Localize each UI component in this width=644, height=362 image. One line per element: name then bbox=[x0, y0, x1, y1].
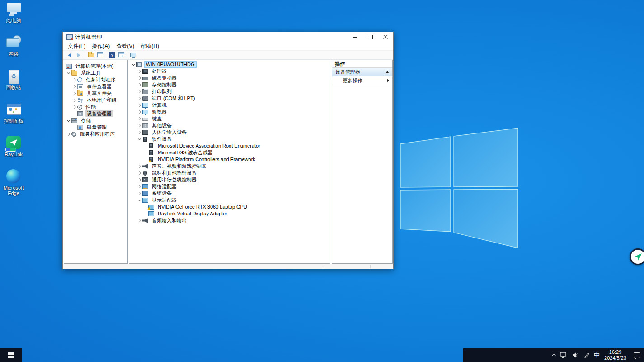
chevron-right-icon[interactable] bbox=[137, 217, 142, 224]
tree-node-label: 服务和应用程序 bbox=[78, 131, 117, 138]
network-icon[interactable] bbox=[560, 352, 568, 358]
maximize-button[interactable] bbox=[362, 32, 378, 42]
tree-row[interactable]: 磁盘管理 bbox=[64, 124, 127, 131]
tree-row[interactable]: 计算机管理(本地) bbox=[64, 63, 127, 70]
menu-item-1[interactable]: 操作(A) bbox=[89, 43, 113, 50]
tree-node-label: 磁盘驱动器 bbox=[150, 75, 179, 81]
tree-row[interactable]: 系统工具 bbox=[64, 70, 127, 76]
chevron-down-icon[interactable] bbox=[66, 70, 71, 76]
tree-row[interactable]: 网络适配器 bbox=[129, 183, 330, 190]
menu-item-2[interactable]: 查看(V) bbox=[113, 43, 137, 50]
device-monitor-button[interactable] bbox=[129, 51, 138, 59]
chevron-right-icon[interactable] bbox=[137, 190, 142, 197]
tree-row[interactable]: Microsoft Device Association Root Enumer… bbox=[129, 143, 330, 149]
minimize-button[interactable] bbox=[347, 32, 362, 42]
tree-row[interactable]: 通用串行总线控制器 bbox=[129, 176, 330, 183]
menu-item-3[interactable]: 帮助(H) bbox=[137, 43, 162, 50]
console-tree-panel: 计算机管理(本地)系统工具任务计划程序事件查看器共享文件夹本地用户和组性能设备管… bbox=[64, 60, 128, 264]
tree-indent-spacer bbox=[143, 210, 148, 217]
collapse-icon[interactable] bbox=[385, 71, 389, 73]
back-button[interactable] bbox=[65, 51, 74, 59]
start-button[interactable] bbox=[8, 352, 14, 358]
properties-window-button[interactable] bbox=[117, 51, 126, 59]
chevron-right-icon[interactable] bbox=[137, 102, 142, 109]
tree-row[interactable]: NVIDIA GeForce RTX 3060 Laptop GPU bbox=[129, 204, 330, 210]
desktop-icon-recycle-bin[interactable]: 回收站 bbox=[1, 69, 26, 102]
chevron-down-icon[interactable] bbox=[131, 61, 136, 68]
chevron-right-icon[interactable] bbox=[137, 68, 142, 75]
tree-row[interactable]: 存储 bbox=[64, 117, 127, 124]
tree-row[interactable]: 设备管理器 bbox=[64, 110, 127, 117]
tree-row[interactable]: 人体学输入设备 bbox=[129, 129, 330, 136]
desktop-icon-this-pc[interactable]: 此电脑 bbox=[1, 2, 26, 35]
tree-row[interactable]: 事件查看器 bbox=[64, 83, 127, 90]
chevron-right-icon[interactable] bbox=[72, 83, 77, 90]
tree-row[interactable]: 其他设备 bbox=[129, 122, 330, 129]
chevron-right-icon[interactable] bbox=[66, 131, 71, 138]
chevron-right-icon[interactable] bbox=[137, 170, 142, 176]
list-view-button[interactable] bbox=[95, 51, 104, 59]
tree-row[interactable]: 系统设备 bbox=[129, 190, 330, 197]
window-titlebar[interactable]: 计算机管理 bbox=[63, 32, 393, 42]
tree-row[interactable]: 音频输入和输出 bbox=[129, 217, 330, 224]
desktop-icon-edge[interactable]: Microsoft Edge bbox=[1, 169, 26, 203]
taskbar-clock[interactable]: 16:29 2024/5/23 bbox=[604, 349, 626, 361]
chevron-right-icon[interactable] bbox=[137, 88, 142, 95]
tree-row[interactable]: 键盘 bbox=[129, 115, 330, 122]
volume-icon[interactable] bbox=[572, 352, 579, 358]
up-folder-button[interactable] bbox=[86, 51, 95, 59]
ime-indicator[interactable]: 中 bbox=[594, 352, 600, 358]
tree-row[interactable]: 共享文件夹 bbox=[64, 90, 127, 97]
chevron-right-icon[interactable] bbox=[137, 129, 142, 136]
actions-group-device-manager[interactable]: 设备管理器 bbox=[332, 68, 392, 76]
tree-row[interactable]: 性能 bbox=[64, 104, 127, 110]
taskbar-tray-area: 中 16:29 2024/5/23 bbox=[463, 348, 644, 362]
tree-row[interactable]: 磁盘驱动器 bbox=[129, 75, 330, 81]
desktop-icon-network[interactable]: 网络 bbox=[1, 35, 26, 69]
chevron-right-icon[interactable] bbox=[137, 95, 142, 102]
help-button[interactable] bbox=[108, 51, 117, 59]
chevron-down-icon[interactable] bbox=[137, 136, 142, 143]
tree-row[interactable]: 端口 (COM 和 LPT) bbox=[129, 95, 330, 102]
tree-row[interactable]: WIN-0PUAO1UTHDG bbox=[129, 61, 330, 68]
tree-row[interactable]: 监视器 bbox=[129, 109, 330, 115]
chevron-right-icon[interactable] bbox=[137, 115, 142, 122]
chevron-right-icon[interactable] bbox=[137, 81, 142, 88]
tree-row[interactable]: 打印队列 bbox=[129, 88, 330, 95]
chevron-down-icon[interactable] bbox=[66, 117, 71, 124]
tree-row[interactable]: 显示适配器 bbox=[129, 197, 330, 204]
chevron-right-icon[interactable] bbox=[137, 176, 142, 183]
tree-row[interactable]: 声音、视频和游戏控制器 bbox=[129, 163, 330, 170]
tree-row[interactable]: 软件设备 bbox=[129, 136, 330, 143]
raylink-floating-button[interactable] bbox=[630, 248, 644, 265]
tree-row[interactable]: 服务和应用程序 bbox=[64, 131, 127, 138]
chevron-right-icon[interactable] bbox=[137, 109, 142, 115]
hidden-icons-chevron-icon[interactable] bbox=[552, 354, 556, 358]
chevron-right-icon[interactable] bbox=[137, 183, 142, 190]
chevron-right-icon[interactable] bbox=[137, 163, 142, 170]
more-actions-item[interactable]: 更多操作 bbox=[332, 76, 392, 85]
tree-row[interactable]: 存储控制器 bbox=[129, 81, 330, 88]
tree-row[interactable]: 计算机 bbox=[129, 102, 330, 109]
desktop-icon-raylink[interactable]: RayLink bbox=[1, 136, 26, 169]
tree-row[interactable]: NVIDIA Platform Controllers and Framewor… bbox=[129, 156, 330, 163]
windows-ink-pen-icon[interactable] bbox=[583, 352, 589, 358]
chevron-right-icon[interactable] bbox=[72, 76, 77, 83]
action-center-icon[interactable] bbox=[634, 352, 640, 358]
chevron-right-icon[interactable] bbox=[72, 104, 77, 110]
close-button[interactable] bbox=[378, 32, 393, 42]
chevron-right-icon[interactable] bbox=[137, 122, 142, 129]
forward-button[interactable] bbox=[74, 51, 83, 59]
tree-row[interactable]: RayLink Virtual Display Adapter bbox=[129, 210, 330, 217]
chevron-right-icon[interactable] bbox=[72, 90, 77, 97]
chevron-right-icon[interactable] bbox=[72, 97, 77, 104]
chevron-right-icon[interactable] bbox=[137, 75, 142, 81]
tree-row[interactable]: 任务计划程序 bbox=[64, 76, 127, 83]
tree-row[interactable]: Microsoft GS 波表合成器 bbox=[129, 149, 330, 156]
menu-item-0[interactable]: 文件(F) bbox=[65, 43, 89, 50]
tree-row[interactable]: 鼠标和其他指针设备 bbox=[129, 170, 330, 176]
tree-row[interactable]: 处理器 bbox=[129, 68, 330, 75]
chevron-down-icon[interactable] bbox=[137, 197, 142, 204]
desktop-icon-control-panel[interactable]: 控制面板 bbox=[1, 102, 26, 136]
tree-row[interactable]: 本地用户和组 bbox=[64, 97, 127, 104]
